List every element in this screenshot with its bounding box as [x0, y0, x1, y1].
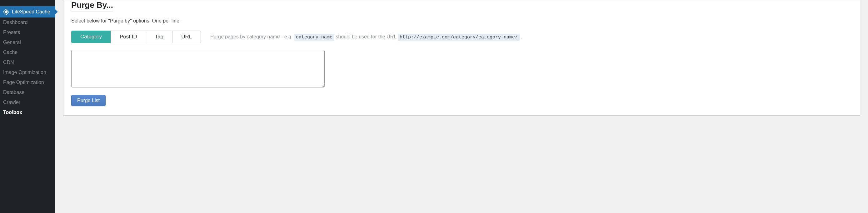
tab-tag[interactable]: Tag [146, 31, 173, 43]
purge-list-button[interactable]: Purge List [71, 95, 105, 106]
help-text: Purge pages by category name - e.g. cate… [210, 34, 522, 40]
sidebar-item-crawler[interactable]: Crawler [0, 97, 55, 108]
sidebar-header-label: LiteSpeed Cache [12, 9, 50, 15]
sidebar-item-cdn[interactable]: CDN [0, 58, 55, 67]
sidebar-item-database[interactable]: Database [0, 87, 55, 97]
purge-list-textarea[interactable] [71, 50, 324, 87]
sidebar-item-page-optimization[interactable]: Page Optimization [0, 78, 55, 87]
sidebar-item-cache[interactable]: Cache [0, 48, 55, 58]
sidebar-item-presets[interactable]: Presets [0, 28, 55, 37]
tab-row-wrap: Category Post ID Tag URL Purge pages by … [71, 31, 852, 43]
content-wrap: Purge By... Select below for "Purge by" … [55, 0, 868, 213]
litespeed-logo-icon [3, 9, 9, 15]
section-subtitle: Select below for "Purge by" options. One… [71, 18, 852, 24]
tab-url[interactable]: URL [172, 31, 201, 43]
code-example-name: category-name [294, 34, 334, 41]
sidebar-item-dashboard[interactable]: Dashboard [0, 18, 55, 28]
tab-category[interactable]: Category [71, 31, 111, 43]
code-example-url: http://example.com/category/category-nam… [398, 34, 520, 41]
sidebar-plugin-header[interactable]: LiteSpeed Cache [0, 6, 55, 18]
tab-post-id[interactable]: Post ID [111, 31, 146, 43]
sidebar-item-toolbox[interactable]: Toolbox [0, 108, 55, 117]
sidebar-item-image-optimization[interactable]: Image Optimization [0, 67, 55, 78]
section-title: Purge By... [71, 0, 113, 12]
content-panel: Purge By... Select below for "Purge by" … [63, 0, 860, 116]
purge-by-tabs: Category Post ID Tag URL [71, 31, 201, 43]
sidebar-item-general[interactable]: General [0, 37, 55, 48]
svg-rect-1 [5, 10, 7, 13]
admin-sidebar: LiteSpeed Cache Dashboard Presets Genera… [0, 0, 55, 213]
